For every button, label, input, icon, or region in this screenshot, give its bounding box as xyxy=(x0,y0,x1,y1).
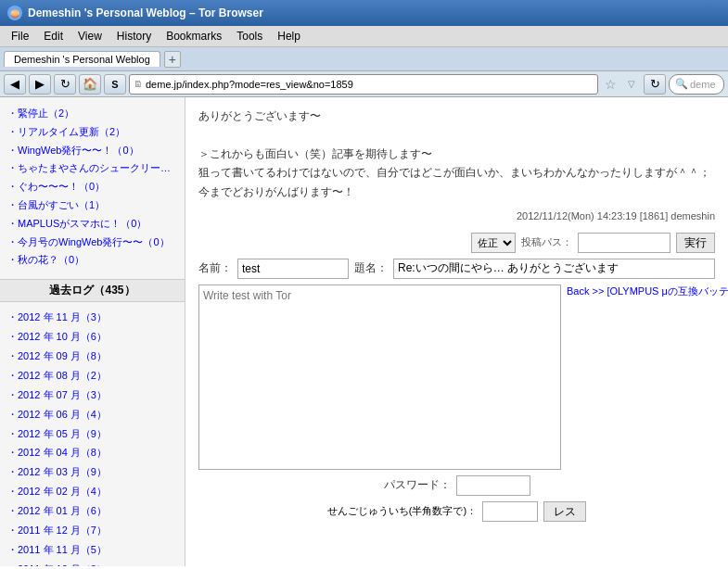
sidebar-link-8[interactable]: ・秋の花？（0） xyxy=(7,251,177,270)
reply-form: 佐正 訂正 投稿パス： 実行 名前： 題名： Back >> [OLYMPUS … xyxy=(198,233,715,522)
sidebar-link-6[interactable]: ・MAPLUSがスマホに！（0） xyxy=(7,215,177,234)
menu-help[interactable]: Help xyxy=(270,28,308,44)
execute-button[interactable]: 実行 xyxy=(676,233,715,253)
browser-tab[interactable]: Demeshin 's Personal Weblog xyxy=(4,51,160,67)
refresh-button[interactable]: ↻ xyxy=(54,74,76,95)
form-name-subject-row: 名前： 題名： xyxy=(198,259,715,279)
new-tab-button[interactable]: + xyxy=(164,51,181,68)
form-top-row: 佐正 訂正 投稿パス： 実行 xyxy=(198,233,715,253)
sidebar-top-links: ・緊停止（2） ・リアルタイム更新（2） ・WingWeb発行〜〜！（0） ・ち… xyxy=(0,101,185,273)
tab-bar: Demeshin 's Personal Weblog + xyxy=(0,47,728,71)
sidebar-link-1[interactable]: ・リアルタイム更新（2） xyxy=(7,123,177,142)
menu-bookmarks[interactable]: Bookmarks xyxy=(159,28,229,44)
back-button[interactable]: ◀ xyxy=(4,74,26,95)
sidebar-link-3[interactable]: ・ちゃたまやさんのシュークリーム（2） xyxy=(7,159,177,178)
search-text: deme xyxy=(690,79,716,90)
form-textarea-row: Back >> [OLYMPUS μの互換バッテリー xyxy=(198,284,715,470)
sidebar: ・緊停止（2） ・リアルタイム更新（2） ・WingWeb発行〜〜！（0） ・ち… xyxy=(0,97,185,566)
search-box[interactable]: 🔍 deme xyxy=(669,74,724,95)
bookmark-dropdown-icon[interactable]: ▽ xyxy=(622,74,641,95)
log-link-10[interactable]: ・2012 年 01 月（6） xyxy=(7,501,177,521)
password-label: パスワード： xyxy=(384,477,451,493)
log-link-9[interactable]: ・2012 年 02 月（4） xyxy=(7,482,177,501)
menu-tools[interactable]: Tools xyxy=(229,28,270,44)
log-link-13[interactable]: ・2011 年 10 月（8） xyxy=(7,560,177,566)
menu-file[interactable]: File xyxy=(4,28,36,44)
toushin-pas-input[interactable] xyxy=(578,233,671,253)
title-bar: 🧅 Demeshin 's Personal Weblog – Tor Brow… xyxy=(0,0,728,26)
captcha-label: せんごじゅういち(半角数字で)： xyxy=(327,504,477,518)
comment-body: ありがとうございます〜 ＞これからも面白い（笑）記事を期待します〜 狙って書いて… xyxy=(198,107,715,201)
comment-line-0: ありがとうございます〜 xyxy=(198,107,715,125)
log-link-6[interactable]: ・2012 年 05 月（9） xyxy=(7,424,177,444)
bookmark-star-icon[interactable]: ☆ xyxy=(601,74,619,95)
comment-line-2: ＞これからも面白い（笑）記事を期待します〜 xyxy=(198,145,715,163)
browser-icon: 🧅 xyxy=(7,6,22,20)
sidebar-link-2[interactable]: ・WingWeb発行〜〜！（0） xyxy=(7,142,177,160)
log-link-0[interactable]: ・2012 年 11 月（3） xyxy=(7,308,177,327)
content-area: ありがとうございます〜 ＞これからも面白い（笑）記事を期待します〜 狙って書いて… xyxy=(185,97,728,566)
password-input[interactable] xyxy=(456,475,530,496)
form-password-row: パスワード： xyxy=(198,475,715,496)
form-captcha-row: せんごじゅういち(半角数字で)： レス xyxy=(198,501,715,522)
nav-bar: ◀ ▶ ↻ 🏠 S 🗎 ☆ ▽ ↻ 🔍 deme xyxy=(0,71,728,97)
comment-line-4: 今までどおりがんばります〜！ xyxy=(198,183,715,201)
log-link-11[interactable]: ・2011 年 12 月（7） xyxy=(7,521,177,540)
reply-button[interactable]: レス xyxy=(543,501,586,522)
menu-view[interactable]: View xyxy=(70,28,109,44)
subject-label: 題名： xyxy=(354,260,388,276)
log-link-4[interactable]: ・2012 年 07 月（3） xyxy=(7,386,177,405)
log-link-5[interactable]: ・2012 年 06 月（4） xyxy=(7,405,177,424)
message-textarea[interactable] xyxy=(198,284,561,470)
log-link-1[interactable]: ・2012 年 10 月（6） xyxy=(7,327,177,347)
log-link-7[interactable]: ・2012 年 04 月（8） xyxy=(7,443,177,462)
name-label: 名前： xyxy=(198,260,232,276)
address-input[interactable] xyxy=(146,79,594,90)
toushin-pas-label: 投稿パス： xyxy=(521,235,572,249)
window-title: Demeshin 's Personal Weblog – Tor Browse… xyxy=(28,6,263,19)
sidebar-link-5[interactable]: ・台風がすごい（1） xyxy=(7,196,177,215)
tor-button[interactable]: S xyxy=(104,74,126,95)
correction-select[interactable]: 佐正 訂正 xyxy=(471,233,516,253)
page-icon: 🗎 xyxy=(134,79,143,89)
menu-bar: File Edit View History Bookmarks Tools H… xyxy=(0,26,728,47)
home-button[interactable]: 🏠 xyxy=(79,74,101,95)
main-layout: ・緊停止（2） ・リアルタイム更新（2） ・WingWeb発行〜〜！（0） ・ち… xyxy=(0,97,728,566)
subject-input[interactable] xyxy=(393,259,715,279)
comment-line-3: 狙って書いてるわけではないので、自分ではどこが面白いか、まいちわかんなかったりし… xyxy=(198,163,715,182)
log-link-3[interactable]: ・2012 年 08 月（2） xyxy=(7,366,177,386)
log-link-8[interactable]: ・2012 年 03 月（9） xyxy=(7,462,177,482)
back-link[interactable]: Back >> [OLYMPUS μの互換バッテリー xyxy=(567,284,715,298)
name-input[interactable] xyxy=(237,259,349,279)
log-link-2[interactable]: ・2012 年 09 月（8） xyxy=(7,347,177,366)
nav-refresh-icon[interactable]: ↻ xyxy=(644,74,666,95)
sidebar-link-4[interactable]: ・ぐわ〜〜〜！（0） xyxy=(7,178,177,196)
forward-button[interactable]: ▶ xyxy=(29,74,51,95)
sidebar-link-0[interactable]: ・緊停止（2） xyxy=(7,105,177,123)
comment-meta: 2012/11/12(Mon) 14:23:19 [1861] demeshin xyxy=(198,210,715,221)
sidebar-log-links: ・2012 年 11 月（3） ・2012 年 10 月（6） ・2012 年 … xyxy=(0,306,185,566)
address-bar[interactable]: 🗎 xyxy=(129,74,598,95)
sidebar-section-title: 過去ログ（435） xyxy=(0,279,185,302)
menu-edit[interactable]: Edit xyxy=(36,28,70,44)
captcha-input[interactable] xyxy=(482,501,538,522)
search-icon: 🔍 xyxy=(675,78,688,90)
menu-history[interactable]: History xyxy=(109,28,159,44)
sidebar-link-7[interactable]: ・今月号のWingWeb発行〜〜（0） xyxy=(7,234,177,252)
log-link-12[interactable]: ・2011 年 11 月（5） xyxy=(7,540,177,560)
